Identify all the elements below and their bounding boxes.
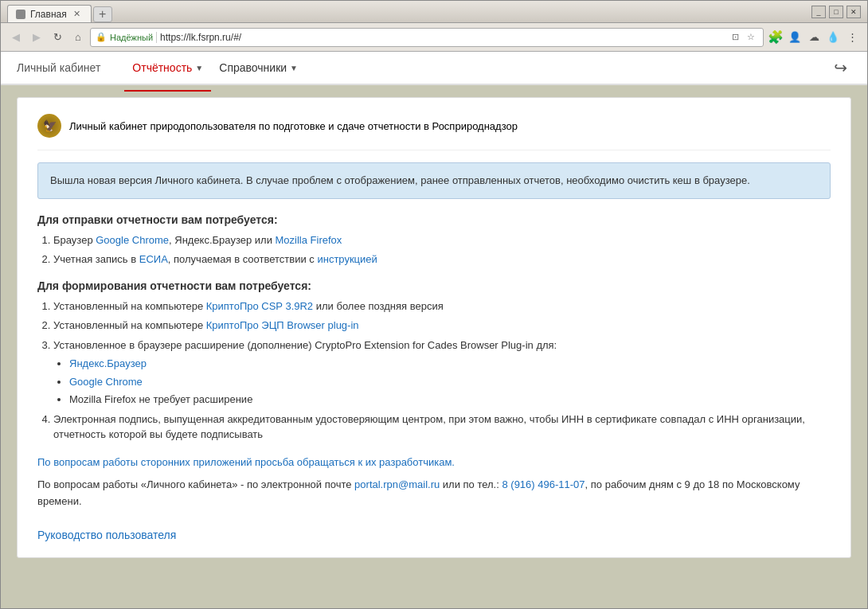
nav-otchetnost-arrow: ▼ (195, 64, 203, 72)
section2-item-4: Электронная подпись, выпущенная аккредит… (53, 412, 831, 443)
s2i3-text: Установленное в браузере расширение (доп… (53, 339, 557, 351)
section2-item-1: Установленный на компьютере КриптоПро CS… (53, 299, 831, 314)
site-nav: Личный кабинет Отчётность ▼ Справочники … (17, 53, 306, 82)
address-bar: ◀ ▶ ↻ ⌂ 🔒 Надёжный https://lk.fsrpn.ru/#… (1, 23, 867, 52)
extensions-icon[interactable]: 🧩 (767, 29, 784, 46)
main-content: 🦅 Личный кабинет природопользователя по … (1, 85, 867, 608)
subitem-firefox: Mozilla Firefox не требует расширение (69, 392, 831, 408)
new-tab-button[interactable]: + (93, 6, 112, 22)
s2i4-text: Электронная подпись, выпущенная аккредит… (53, 413, 805, 441)
tab-favicon (16, 10, 25, 19)
contact1-text: По вопросам работы сторонних приложений … (37, 456, 455, 468)
address-input-wrap[interactable]: 🔒 Надёжный https://lk.fsrpn.ru/#/ ⊡ ☆ (90, 28, 764, 47)
tab-title: Главная (30, 9, 67, 20)
s1i2-text-middle: , получаемая в соответствии с (168, 253, 318, 265)
google-chrome-ext-link[interactable]: Google Chrome (69, 376, 143, 388)
nav-item-spravochniki[interactable]: Справочники ▼ (211, 53, 306, 82)
section1-list: Браузер Google Chrome, Яндекс.Браузер ил… (37, 232, 831, 267)
s1i1-text-before: Браузер (53, 234, 96, 246)
active-tab[interactable]: Главная ✕ (7, 5, 92, 22)
secure-lock-icon: 🔒 (96, 32, 107, 42)
secure-label: Надёжный (110, 33, 153, 42)
section2-title: Для формирования отчетности вам потребуе… (37, 279, 831, 292)
drop-icon[interactable]: 💧 (824, 29, 842, 46)
nav-otchetnost-label: Отчётность (132, 61, 192, 74)
bookmark-icon[interactable]: ☆ (744, 30, 758, 45)
contact2-before: По вопросам работы «Личного кабинета» - … (37, 478, 354, 490)
window-controls: _ □ ✕ (811, 6, 861, 18)
site-brand: Личный кабинет (17, 61, 100, 74)
section1-item-2: Учетная запись в ЕСИА, получаемая в соот… (53, 252, 831, 267)
s1i2-text-before: Учетная запись в (53, 253, 139, 265)
section2-sublist: Яндекс.Браузер Google Chrome Mozilla Fir… (53, 356, 831, 408)
nav-spravochniki-label: Справочники (219, 61, 287, 74)
section1-title: Для отправки отчетности вам потребуется: (37, 213, 831, 226)
logout-button[interactable]: ↩ (829, 57, 851, 79)
s2i1-before: Установленный на компьютере (53, 300, 206, 312)
browser-window: Главная ✕ + _ □ ✕ ◀ ▶ ↻ ⌂ 🔒 Надёжный htt… (0, 0, 868, 609)
back-button[interactable]: ◀ (7, 29, 25, 46)
section1-item-1: Браузер Google Chrome, Яндекс.Браузер ил… (53, 232, 831, 248)
address-separator (156, 32, 157, 43)
nav-spravochniki-arrow: ▼ (290, 64, 298, 72)
browser-frame: 🦅 Личный кабинет природопользователя по … (1, 85, 867, 608)
mozilla-firefox-link[interactable]: Mozilla Firefox (276, 234, 342, 246)
contact-text-2: По вопросам работы «Личного кабинета» - … (37, 477, 831, 510)
yandex-browser-link[interactable]: Яндекс.Браузер (69, 357, 147, 369)
info-box: Вышла новая версия Личного кабинета. В с… (37, 162, 831, 199)
instrukciya-link[interactable]: инструкцией (317, 253, 377, 265)
tab-strip: Главная ✕ + (7, 1, 112, 22)
close-button[interactable]: ✕ (846, 6, 861, 18)
profile-icon[interactable]: 👤 (786, 29, 803, 46)
firefox-no-ext-text: Mozilla Firefox не требует расширение (69, 393, 252, 405)
site-nav-bar: Личный кабинет Отчётность ▼ Справочники … (1, 52, 867, 85)
cloud-icon[interactable]: ☁ (805, 29, 823, 46)
s2i1-middle: или более поздняя версия (313, 300, 444, 312)
chrome-menu-icon[interactable]: ⋮ (843, 29, 861, 46)
contact-email[interactable]: portal.rpn@mail.ru (354, 478, 440, 490)
subitem-chrome: Google Chrome (69, 374, 831, 390)
cryptopro-csp-link[interactable]: КриптоПро CSP 3.9R2 (206, 300, 313, 312)
esia-link[interactable]: ЕСИА (139, 253, 168, 265)
home-button[interactable]: ⌂ (69, 29, 87, 46)
minimize-button[interactable]: _ (811, 6, 826, 18)
address-icons: ⊡ ☆ (728, 30, 758, 45)
toolbar-icons: 🧩 👤 ☁ 💧 ⋮ (767, 29, 861, 46)
refresh-button[interactable]: ↻ (49, 29, 66, 46)
tab-close-button[interactable]: ✕ (72, 9, 83, 20)
section2-list: Установленный на компьютере КриптоПро CS… (37, 299, 831, 443)
contact2-middle: или по тел.: (440, 478, 502, 490)
cast-icon[interactable]: ⊡ (728, 30, 742, 45)
cryptopro-ecp-link[interactable]: КриптоПро ЭЦП Browser plug-in (206, 319, 359, 331)
forward-button[interactable]: ▶ (28, 29, 45, 46)
header-emblem: 🦅 (37, 114, 61, 138)
s2i2-before: Установленный на компьютере (53, 319, 206, 331)
header-title-text: Личный кабинет природопользователя по по… (69, 120, 518, 132)
subitem-yandex: Яндекс.Браузер (69, 356, 831, 372)
google-chrome-link[interactable]: Google Chrome (96, 234, 169, 246)
section2-item-2: Установленный на компьютере КриптоПро ЭЦ… (53, 318, 831, 334)
page-header-section: 🦅 Личный кабинет природопользователя по … (37, 114, 831, 150)
user-guide-link[interactable]: Руководство пользователя (37, 529, 176, 541)
contact-text-1: По вопросам работы сторонних приложений … (37, 455, 831, 471)
nav-item-otchetnost[interactable]: Отчётность ▼ (124, 53, 211, 82)
section2-item-3: Установленное в браузере расширение (доп… (53, 338, 831, 408)
info-box-text: Вышла новая версия Личного кабинета. В с… (50, 174, 750, 186)
s1i1-text-middle: , Яндекс.Браузер или (169, 234, 276, 246)
maximize-button[interactable]: □ (829, 6, 843, 18)
contact-phone[interactable]: 8 (916) 496-11-07 (502, 478, 585, 490)
content-card: 🦅 Личный кабинет природопользователя по … (17, 97, 851, 558)
url-display[interactable]: https://lk.fsrpn.ru/#/ (160, 32, 725, 43)
title-bar: Главная ✕ + _ □ ✕ (1, 1, 867, 23)
